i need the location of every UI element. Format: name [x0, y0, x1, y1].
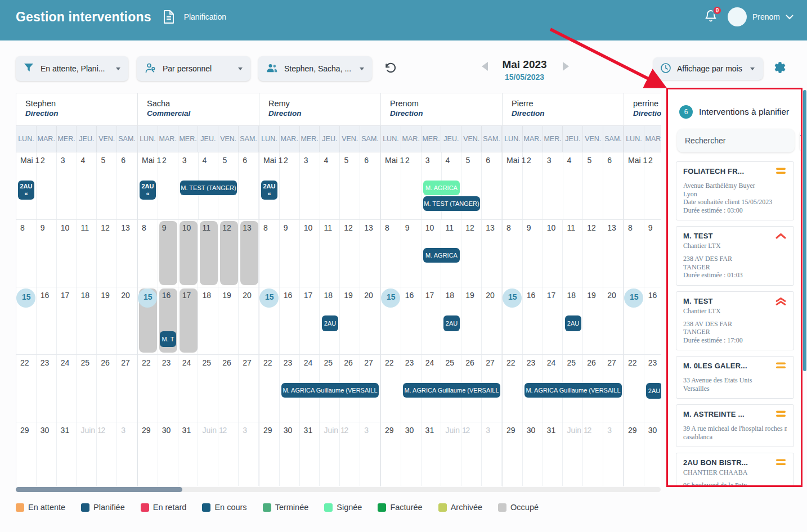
- day-cell[interactable]: 19: [340, 287, 360, 354]
- day-cell[interactable]: Juin 1: [320, 422, 340, 486]
- calendar-event[interactable]: M. AGRICA Guillaume (VERSAILL: [524, 383, 622, 398]
- day-cell[interactable]: 23: [158, 355, 178, 422]
- day-cell[interactable]: 31: [543, 422, 563, 486]
- day-cell[interactable]: 25: [198, 355, 218, 422]
- day-cell[interactable]: 4: [563, 152, 584, 219]
- calendar-event[interactable]: 2AU«: [140, 181, 156, 200]
- day-cell[interactable]: 22: [503, 355, 523, 422]
- intervention-card[interactable]: 2AU BON BISTR...CHANTIER CHAABA96 boulev…: [676, 453, 794, 485]
- day-cell[interactable]: 31: [57, 422, 77, 486]
- day-cell[interactable]: 26: [218, 355, 239, 422]
- calendar-event[interactable]: M. AGRICA: [423, 181, 460, 195]
- day-cell[interactable]: 8: [624, 220, 644, 287]
- calendar-event[interactable]: M. T: [160, 331, 176, 347]
- day-cell[interactable]: 12: [97, 220, 117, 287]
- day-cell[interactable]: 30: [523, 422, 543, 486]
- intervention-card[interactable]: FOLIATECH FR...Avenue Barthélémy BuyerLy…: [676, 161, 794, 220]
- day-cell[interactable]: Mai 1: [503, 152, 523, 219]
- day-cell[interactable]: 8: [16, 220, 37, 287]
- day-cell[interactable]: 2: [340, 422, 360, 486]
- day-cell[interactable]: 19: [218, 287, 239, 354]
- filter-people-dropdown[interactable]: Stephen, Sacha, ...: [258, 56, 372, 81]
- day-cell[interactable]: 13: [117, 220, 137, 287]
- day-cell[interactable]: 27: [117, 355, 137, 422]
- day-cell[interactable]: 30: [280, 422, 300, 486]
- day-cell[interactable]: 2: [280, 152, 300, 219]
- day-cell[interactable]: 16: [644, 287, 661, 354]
- day-cell[interactable]: 10: [543, 220, 563, 287]
- day-cell[interactable]: 10: [300, 220, 320, 287]
- day-cell[interactable]: 26: [97, 355, 117, 422]
- calendar-event[interactable]: 2AU: [565, 315, 581, 331]
- day-cell[interactable]: 12: [461, 220, 482, 287]
- day-cell[interactable]: 22: [16, 355, 37, 422]
- day-cell[interactable]: 17: [300, 287, 320, 354]
- day-cell[interactable]: 3: [482, 422, 502, 486]
- day-cell[interactable]: 31: [178, 422, 199, 486]
- day-cell[interactable]: 29: [138, 422, 158, 486]
- calendar-scrollbar[interactable]: [16, 487, 661, 492]
- day-cell[interactable]: 2: [401, 152, 422, 219]
- day-cell[interactable]: 19: [461, 287, 482, 354]
- day-cell[interactable]: 29: [16, 422, 37, 486]
- day-cell[interactable]: 20: [482, 287, 502, 354]
- day-cell[interactable]: 31: [422, 422, 442, 486]
- day-cell[interactable]: 3: [300, 152, 320, 219]
- day-cell[interactable]: Mai 1: [624, 152, 644, 219]
- day-cell[interactable]: 15: [381, 287, 401, 354]
- day-cell[interactable]: 8: [259, 220, 280, 287]
- day-cell[interactable]: 8: [503, 220, 523, 287]
- day-cell[interactable]: 22: [259, 355, 280, 422]
- day-cell[interactable]: 15: [503, 287, 523, 354]
- day-cell[interactable]: 24: [57, 355, 77, 422]
- day-cell[interactable]: 15: [259, 287, 280, 354]
- day-cell[interactable]: 13: [603, 220, 624, 287]
- day-cell[interactable]: 8: [138, 220, 158, 287]
- day-cell[interactable]: 18: [77, 287, 97, 354]
- day-cell[interactable]: 2: [158, 152, 178, 219]
- day-cell[interactable]: 6: [239, 152, 259, 219]
- sidebar-scrollbar[interactable]: [803, 90, 806, 371]
- calendar-event[interactable]: M. AGRICA: [423, 248, 460, 263]
- panel-filter-button[interactable]: [800, 129, 801, 152]
- user-menu[interactable]: Prenom: [728, 7, 793, 26]
- day-cell[interactable]: 9: [37, 220, 57, 287]
- day-cell[interactable]: 6: [360, 152, 380, 219]
- day-cell[interactable]: 2: [37, 152, 57, 219]
- day-cell[interactable]: 2: [461, 422, 482, 486]
- day-cell[interactable]: 15: [624, 287, 644, 354]
- calendar-event[interactable]: 2AU«: [18, 181, 34, 200]
- notifications-button[interactable]: 0: [704, 8, 718, 25]
- day-cell[interactable]: 12: [583, 220, 603, 287]
- calendar-event[interactable]: M. TEST (TANGER): [423, 196, 480, 211]
- day-cell[interactable]: 12: [340, 220, 360, 287]
- day-cell[interactable]: 2: [583, 422, 603, 486]
- next-month-button[interactable]: [563, 62, 569, 71]
- day-cell[interactable]: 11: [563, 220, 583, 287]
- day-cell[interactable]: 16: [523, 287, 543, 354]
- calendar-event[interactable]: M. TEST (TANGER): [180, 181, 237, 195]
- reset-icon[interactable]: [384, 62, 397, 77]
- day-cell[interactable]: 9: [523, 220, 543, 287]
- day-cell[interactable]: 17: [422, 287, 442, 354]
- day-cell[interactable]: 24: [178, 355, 199, 422]
- intervention-card[interactable]: M. 0LES GALER...33 Avenue des Etats Unis…: [676, 356, 794, 399]
- day-cell[interactable]: 4: [320, 152, 340, 219]
- day-cell[interactable]: 3: [57, 152, 77, 219]
- day-cell[interactable]: 11: [77, 220, 97, 287]
- calendar-event[interactable]: M. AGRICA Guillaume (VERSAILL: [403, 383, 500, 398]
- day-cell[interactable]: 16: [280, 287, 300, 354]
- day-cell[interactable]: 5: [583, 152, 603, 219]
- intervention-card[interactable]: M. TESTChantier LTX238 AV DES FARTANGERD…: [676, 226, 794, 286]
- day-cell[interactable]: 2: [97, 422, 117, 486]
- calendar-event[interactable]: 2AU: [646, 383, 661, 399]
- day-cell[interactable]: 6: [482, 152, 502, 219]
- day-cell[interactable]: 2: [644, 152, 661, 219]
- day-cell[interactable]: 6: [603, 152, 624, 219]
- day-cell[interactable]: 30: [401, 422, 422, 486]
- intervention-card[interactable]: M. TESTChantier LTX238 AV DES FARTANGERD…: [676, 291, 794, 351]
- day-cell[interactable]: 23: [37, 355, 57, 422]
- day-cell[interactable]: 17: [57, 287, 77, 354]
- day-cell[interactable]: Juin 1: [563, 422, 583, 486]
- view-mode-dropdown[interactable]: Affichage par mois: [653, 57, 763, 80]
